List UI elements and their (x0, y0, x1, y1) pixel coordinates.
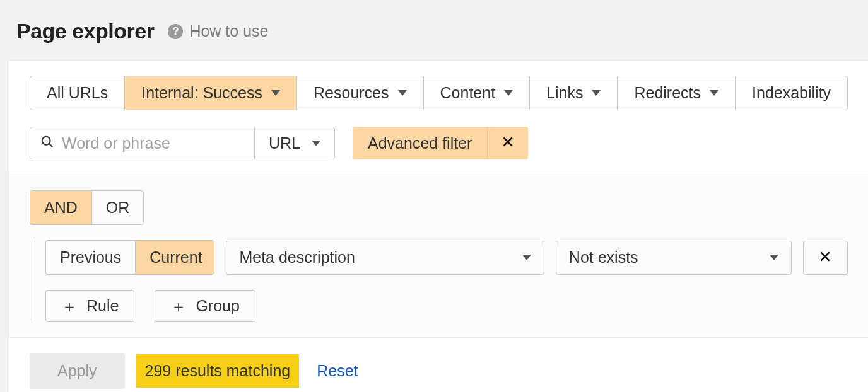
apply-button[interactable]: Apply (30, 353, 125, 389)
tab-resources[interactable]: Resources (297, 76, 424, 110)
close-icon (501, 135, 514, 151)
remove-rule-button[interactable] (803, 241, 848, 275)
how-to-use-link[interactable]: ? How to use (168, 22, 268, 40)
advanced-filter-chip: Advanced filter (353, 127, 528, 159)
add-group-label: Group (196, 297, 239, 315)
reset-link[interactable]: Reset (317, 362, 358, 380)
tab-label: Redirects (634, 84, 701, 102)
search-group: URL (30, 127, 335, 159)
tab-label: Indexability (752, 84, 831, 102)
rule-operator-select[interactable]: Not exists (556, 241, 792, 275)
logic-or-button[interactable]: OR (92, 191, 144, 224)
help-icon: ? (168, 24, 183, 39)
tab-label: Content (440, 84, 496, 102)
category-tab-strip: All URLs Internal: Success Resources Con… (30, 76, 848, 110)
chevron-down-icon (312, 141, 320, 146)
results-matching-badge: 299 results matching (136, 354, 300, 388)
plus-icon: ＋ (61, 298, 78, 314)
chevron-down-icon (592, 90, 601, 96)
rule-field-select[interactable]: Meta description (226, 241, 544, 275)
chevron-down-icon (710, 90, 718, 96)
chevron-down-icon (271, 90, 280, 96)
close-icon (819, 250, 831, 265)
crawl-previous-button[interactable]: Previous (46, 241, 136, 274)
search-input[interactable] (61, 134, 244, 153)
tab-redirects[interactable]: Redirects (618, 76, 736, 110)
svg-point-0 (42, 137, 50, 145)
how-to-use-label: How to use (189, 22, 268, 40)
rule-operator-value: Not exists (569, 248, 638, 267)
chevron-down-icon (504, 90, 513, 96)
search-icon (40, 135, 54, 151)
add-group-button[interactable]: ＋ Group (155, 290, 255, 322)
tab-internal-success[interactable]: Internal: Success (125, 76, 297, 110)
tab-indexability[interactable]: Indexability (736, 76, 847, 110)
search-scope-label: URL (269, 134, 300, 153)
tab-label: All URLs (47, 84, 108, 102)
tab-content[interactable]: Content (424, 76, 531, 110)
tab-label: Links (546, 84, 583, 102)
logic-and-button[interactable]: AND (30, 191, 92, 224)
add-rule-label: Rule (86, 297, 119, 315)
tab-links[interactable]: Links (530, 76, 618, 110)
search-scope-select[interactable]: URL (254, 127, 334, 159)
rule-field-value: Meta description (239, 248, 355, 267)
tab-label: Internal: Success (141, 84, 262, 102)
add-rule-button[interactable]: ＋ Rule (45, 290, 134, 322)
crawl-current-button[interactable]: Current (136, 241, 214, 274)
advanced-filter-close-button[interactable] (487, 127, 528, 159)
tab-all-urls[interactable]: All URLs (30, 76, 125, 110)
tab-label: Resources (314, 84, 389, 102)
crawl-toggle: Previous Current (45, 240, 214, 275)
plus-icon: ＋ (170, 298, 187, 314)
chevron-down-icon (522, 255, 531, 260)
svg-line-1 (49, 144, 52, 147)
chevron-down-icon (398, 90, 407, 96)
advanced-filter-label[interactable]: Advanced filter (353, 127, 487, 159)
chevron-down-icon (770, 255, 778, 260)
page-title: Page explorer (16, 19, 154, 43)
logic-toggle: AND OR (30, 190, 144, 225)
